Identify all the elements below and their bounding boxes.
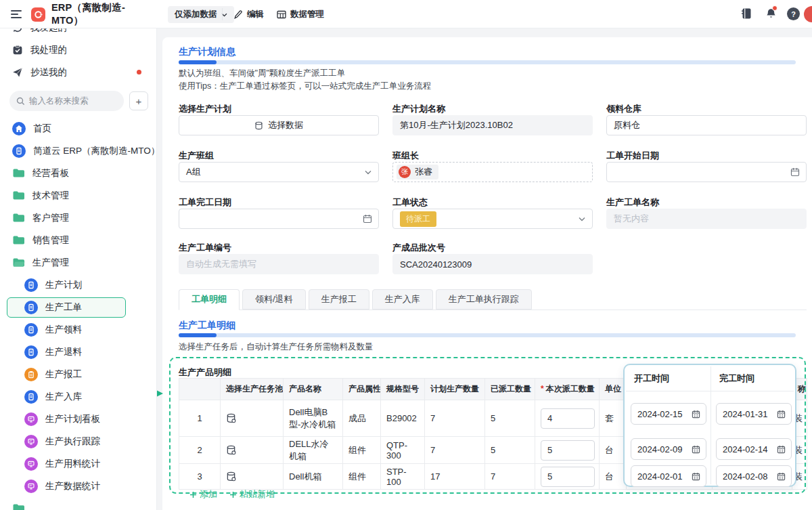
batch-no-field: SCA20240123009 — [392, 254, 593, 274]
col-task-pool: 选择生产任务池 — [221, 379, 284, 400]
pencil-icon — [234, 10, 243, 19]
col-name: 产品名称 — [284, 379, 343, 400]
col-spec: 规格型号 — [381, 379, 425, 400]
tab-work-report[interactable]: 生产报工 — [309, 289, 369, 310]
calendar-icon — [363, 214, 372, 224]
database-select-icon[interactable] — [226, 445, 236, 455]
sidebar-item-sales-manage[interactable]: 销售管理 — [0, 229, 156, 251]
col-start-time: 开工时间 — [634, 373, 669, 385]
add-data-only-button[interactable]: 仅添加数据 — [168, 6, 234, 23]
sidebar-item-erp-app[interactable]: 简道云 ERP（离散制造-MTO）... — [0, 140, 156, 162]
sidebar-item-plan-board[interactable]: 生产计划看板 — [0, 408, 156, 430]
sidebar-item-home[interactable]: 首页 — [0, 117, 156, 140]
sidebar-item-customer-manage[interactable]: 客户管理 — [0, 207, 156, 229]
doc-icon — [24, 323, 38, 337]
select-data-button[interactable]: 选择数据 — [179, 115, 379, 135]
qty-input[interactable]: 5 — [541, 467, 595, 487]
calendar-icon — [692, 472, 700, 481]
start-date-cell[interactable]: 2024-02-09 — [631, 438, 706, 460]
tab-warehouse-in[interactable]: 生产入库 — [372, 289, 433, 310]
sidebar-item-initiated[interactable]: 我发起的 — [0, 28, 156, 39]
calendar-icon — [777, 410, 786, 419]
sidebar-item-cc-to-me[interactable]: 抄送我的 — [0, 61, 156, 83]
sidebar-item-biz-board[interactable]: 经营看板 — [0, 162, 156, 184]
app-title: ERP（离散制造-MTO） — [51, 1, 157, 27]
dashboard-icon — [24, 435, 38, 448]
warehouse-field[interactable]: 原料仓 — [606, 115, 807, 135]
field-label: 工单开始日期 — [606, 150, 659, 162]
team-select[interactable]: A组 — [179, 162, 379, 182]
sidebar-item-processed[interactable]: 我处理的 — [0, 39, 156, 61]
sidebar-item-material-stats[interactable]: 生产用料统计 — [0, 452, 156, 475]
sidebar-item-production-workorder[interactable]: 生产工单 — [0, 296, 156, 318]
sidebar-item-exec-tracking[interactable]: 生产执行跟踪 — [0, 430, 156, 452]
home-icon — [12, 122, 26, 135]
doc-icon — [24, 345, 38, 359]
add-row-button[interactable]: 添加 — [189, 488, 217, 501]
start-date-input[interactable] — [606, 162, 807, 182]
calendar-icon — [777, 445, 786, 454]
sidebar-item-production-manage[interactable]: 生产管理 — [0, 251, 156, 274]
chevron-down-icon — [579, 217, 585, 221]
field-label: 产成品批次号 — [392, 242, 445, 254]
sidebar-item-data-stats[interactable]: 生产数据统计 — [0, 475, 156, 497]
paste-add-button[interactable]: 粘贴新增 — [229, 488, 275, 501]
folder-open-icon — [12, 257, 25, 268]
folder-icon — [12, 213, 25, 223]
chevron-down-icon — [365, 170, 371, 175]
col-unit: 单位 — [600, 379, 627, 400]
add-app-button[interactable]: + — [129, 91, 148, 110]
menu-toggle-icon[interactable] — [11, 10, 22, 18]
status-select[interactable]: 待派工 — [392, 209, 593, 229]
col-plan-qty: 计划生产数量 — [425, 379, 485, 400]
sidebar: 我发起的 我处理的 抄送我的 输入名称来搜索 + 首页 简道云 ERP（离散制造… — [0, 28, 157, 510]
sidebar-item-material-return[interactable]: 生产退料 — [0, 341, 156, 363]
date-columns-panel: 开工时间 完工时间 2024-02-15 2024-01-31 2024-02-… — [623, 364, 796, 487]
section-progress-bar — [179, 333, 796, 337]
leader-field[interactable]: 张 张睿 — [392, 162, 593, 182]
tab-exec-tracking[interactable]: 生产工单执行跟踪 — [436, 289, 532, 310]
qty-input[interactable]: 4 — [541, 408, 595, 429]
help-icon[interactable]: ? — [787, 7, 800, 20]
field-label: 领料仓库 — [606, 103, 641, 115]
field-label: 生产工单编号 — [179, 242, 231, 254]
start-date-cell[interactable]: 2024-02-01 — [631, 465, 706, 487]
contacts-icon[interactable] — [741, 7, 752, 20]
member-avatar: 张 — [399, 166, 411, 178]
end-date-cell[interactable]: 2024-02-14 — [716, 438, 792, 460]
end-date-cell[interactable]: 2024-01-31 — [716, 403, 792, 425]
section-desc: 选择生产任务后，自动计算生产任务所需物料及数量 — [179, 341, 374, 353]
finish-date-input[interactable] — [179, 209, 379, 229]
sidebar-item-production-plan[interactable]: 生产计划 — [0, 274, 156, 296]
section-progress-bar — [179, 60, 796, 64]
field-label: 生产工单名称 — [606, 196, 659, 209]
app-logo — [31, 7, 45, 22]
sidebar-search-input[interactable]: 输入名称来搜索 — [9, 91, 124, 111]
notifications-bell-icon[interactable] — [765, 7, 777, 20]
col-current-qty: *本次派工数量 — [535, 379, 600, 400]
tab-workorder-detail[interactable]: 工单明细 — [179, 289, 240, 310]
tasks-icon — [12, 45, 23, 56]
dashboard-icon — [24, 480, 38, 493]
sidebar-item-warehouse-in[interactable]: 生产入库 — [0, 385, 156, 408]
sidebar-item-tech-manage[interactable]: 技术管理 — [0, 184, 156, 207]
qty-input[interactable]: 5 — [541, 440, 595, 461]
folder-icon — [12, 190, 25, 200]
tab-material[interactable]: 领料/退料 — [242, 289, 306, 310]
sidebar-item-material-requisition[interactable]: 生产领料 — [0, 318, 156, 341]
edit-button[interactable]: 编辑 — [234, 0, 264, 28]
calendar-icon — [692, 445, 700, 454]
database-select-icon[interactable] — [226, 413, 236, 423]
clipboard-icon — [24, 368, 38, 381]
section-desc-1: 默认为班组、车间做"周"颗粒度生产派工工单 — [179, 68, 345, 79]
sidebar-item-work-report[interactable]: 生产报工 — [0, 363, 156, 385]
database-select-icon[interactable] — [226, 471, 236, 482]
folder-icon — [12, 168, 25, 178]
start-date-cell[interactable]: 2024-02-15 — [631, 403, 706, 425]
sidebar-item-partial[interactable] — [0, 497, 156, 510]
doc-icon — [24, 278, 38, 292]
user-avatar[interactable] — [804, 6, 812, 22]
end-date-cell[interactable]: 2024-02-08 — [716, 465, 792, 487]
data-manage-button[interactable]: 数据管理 — [277, 0, 324, 28]
field-label: 生产计划名称 — [392, 103, 445, 115]
